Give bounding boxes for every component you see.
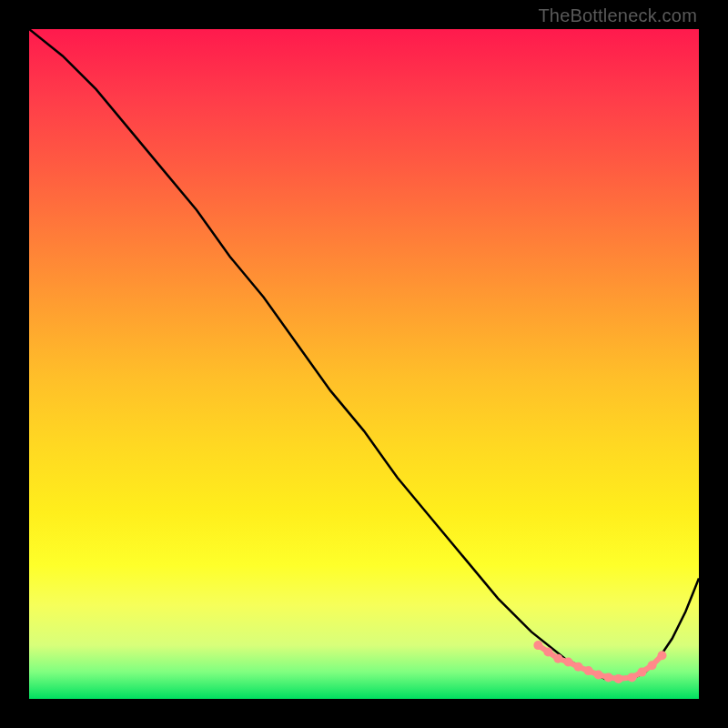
watermark-text: TheBottleneck.com [538,5,697,26]
gradient-plot-background [29,29,699,699]
chart-container: TheBottleneck.com [0,0,728,728]
